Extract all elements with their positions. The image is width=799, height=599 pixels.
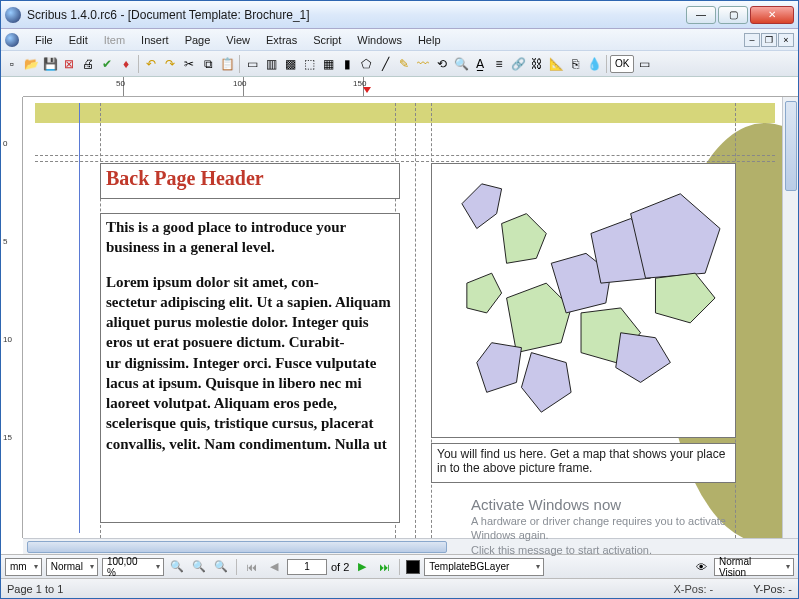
unit-select[interactable]: mm	[5, 558, 42, 576]
next-page-icon[interactable]: ▶	[353, 558, 371, 576]
rotate-icon[interactable]: ⟲	[433, 54, 451, 74]
unlink-icon[interactable]: ⛓	[528, 54, 546, 74]
measure-icon[interactable]: 📐	[547, 54, 565, 74]
polygon-icon[interactable]: ⬠	[357, 54, 375, 74]
zoom-select[interactable]: 100,00 %	[102, 558, 164, 576]
statusbar: Page 1 to 1 X-Pos: - Y-Pos: -	[1, 578, 798, 598]
undo-icon[interactable]: ↶	[142, 54, 160, 74]
print-icon[interactable]: 🖨	[79, 54, 97, 74]
line-icon[interactable]: ╱	[376, 54, 394, 74]
menu-view[interactable]: View	[218, 32, 258, 48]
pdf-icon[interactable]: ♦	[117, 54, 135, 74]
redo-icon[interactable]: ↷	[161, 54, 179, 74]
workarea: 0 5 10 15 Back Page Header	[1, 97, 798, 538]
layer-color-swatch	[406, 560, 420, 574]
menu-windows[interactable]: Windows	[349, 32, 410, 48]
maximize-button[interactable]: ▢	[718, 6, 748, 24]
first-page-icon[interactable]: ⏮	[243, 558, 261, 576]
statusbar-controls: mm Normal 100,00 % 🔍 🔍 🔍 ⏮ ◀ of 2 ▶ ⏭ Te…	[1, 554, 798, 578]
paste-icon[interactable]: 📋	[218, 54, 236, 74]
scrollbar-vertical[interactable]	[782, 97, 798, 538]
textframe-icon[interactable]: ▥	[262, 54, 280, 74]
toolbar: ▫ 📂 💾 ⊠ 🖨 ✔ ♦ ↶ ↷ ✂ ⧉ 📋 ▭ ▥ ▩ ⬚ ▦ ▮ ⬠ ╱ …	[1, 51, 798, 77]
shape-icon[interactable]: ▮	[338, 54, 356, 74]
select-icon[interactable]: ▭	[243, 54, 261, 74]
window-title: Scribus 1.4.0.rc6 - [Document Template: …	[27, 8, 686, 22]
ruler-vertical: 0 5 10 15	[1, 97, 23, 538]
caption-text: You will find us here. Get a map that sh…	[437, 447, 730, 475]
app-icon	[5, 7, 21, 23]
menu-extras[interactable]: Extras	[258, 32, 305, 48]
menubar: File Edit Item Insert Page View Extras S…	[1, 29, 798, 51]
pdf-field-icon[interactable]: ▭	[635, 54, 653, 74]
app-window: Scribus 1.4.0.rc6 - [Document Template: …	[0, 0, 799, 599]
last-page-icon[interactable]: ⏭	[375, 558, 393, 576]
save-icon[interactable]: 💾	[41, 54, 59, 74]
app-icon-small	[5, 33, 19, 47]
zoom-icon[interactable]: 🔍	[452, 54, 470, 74]
page-range-label: Page 1 to 1	[7, 583, 63, 595]
mdi-controls: – ❐ ×	[744, 33, 794, 47]
mdi-minimize-button[interactable]: –	[744, 33, 760, 47]
scrollbar-thumb[interactable]	[27, 541, 447, 553]
renderframe-icon[interactable]: ⬚	[300, 54, 318, 74]
menu-page[interactable]: Page	[177, 32, 219, 48]
xpos-label: X-Pos: -	[674, 583, 714, 595]
titlebar: Scribus 1.4.0.rc6 - [Document Template: …	[1, 1, 798, 29]
preview-icon[interactable]: 👁	[692, 558, 710, 576]
copy-icon[interactable]: ⧉	[199, 54, 217, 74]
imageframe-icon[interactable]: ▩	[281, 54, 299, 74]
zoom-100-icon[interactable]: 🔍	[168, 558, 186, 576]
pdf-ok-button[interactable]: OK	[610, 55, 634, 73]
menu-insert[interactable]: Insert	[133, 32, 177, 48]
menu-edit[interactable]: Edit	[61, 32, 96, 48]
mdi-restore-button[interactable]: ❐	[761, 33, 777, 47]
open-icon[interactable]: 📂	[22, 54, 40, 74]
menu-script[interactable]: Script	[305, 32, 349, 48]
page-total-label: of 2	[331, 561, 349, 573]
menu-file[interactable]: File	[27, 32, 61, 48]
scrollbar-thumb[interactable]	[785, 101, 797, 191]
back-page-header-frame[interactable]: Back Page Header	[100, 163, 400, 199]
map-image-frame[interactable]	[431, 163, 736, 438]
eyedrop-icon[interactable]: 💧	[585, 54, 603, 74]
body-text-frame[interactable]: This is a good place to introduce your b…	[100, 213, 400, 523]
canvas[interactable]: Back Page Header This is a good place to…	[23, 97, 798, 538]
table-icon[interactable]: ▦	[319, 54, 337, 74]
edittext-icon[interactable]: A̲	[471, 54, 489, 74]
header-band	[35, 103, 775, 123]
window-controls: — ▢ ✕	[686, 6, 794, 24]
europe-map-icon	[432, 164, 735, 437]
mdi-close-button[interactable]: ×	[778, 33, 794, 47]
vision-select[interactable]: Normal Vision	[714, 558, 794, 576]
freehand-icon[interactable]: 〰	[414, 54, 432, 74]
bezier-icon[interactable]: ✎	[395, 54, 413, 74]
scrollbar-horizontal[interactable]	[23, 538, 798, 554]
back-page-header-text: Back Page Header	[106, 167, 394, 190]
layer-select[interactable]: TemplateBGLayer	[424, 558, 544, 576]
zoom-out-icon[interactable]: 🔍	[190, 558, 208, 576]
caption-frame[interactable]: You will find us here. Get a map that sh…	[431, 443, 736, 483]
ruler-marker-icon	[363, 87, 371, 93]
copyprops-icon[interactable]: ⎘	[566, 54, 584, 74]
menu-help[interactable]: Help	[410, 32, 449, 48]
margin-guide	[79, 103, 80, 533]
link-icon[interactable]: 🔗	[509, 54, 527, 74]
preflight-icon[interactable]: ✔	[98, 54, 116, 74]
viewmode-select[interactable]: Normal	[46, 558, 98, 576]
menu-item[interactable]: Item	[96, 32, 133, 48]
new-icon[interactable]: ▫	[3, 54, 21, 74]
ruler-horizontal: 50 100 150	[23, 77, 798, 97]
storyeditor-icon[interactable]: ≡	[490, 54, 508, 74]
close-button[interactable]: ✕	[750, 6, 794, 24]
intro-text: This is a good place to introduce your b…	[106, 217, 394, 258]
lorem-text: Lorem ipsum dolor sit amet, con- sectetu…	[106, 272, 394, 454]
minimize-button[interactable]: —	[686, 6, 716, 24]
cut-icon[interactable]: ✂	[180, 54, 198, 74]
page-input[interactable]	[287, 559, 327, 575]
zoom-in-icon[interactable]: 🔍	[212, 558, 230, 576]
prev-page-icon[interactable]: ◀	[265, 558, 283, 576]
ypos-label: Y-Pos: -	[753, 583, 792, 595]
close-doc-icon[interactable]: ⊠	[60, 54, 78, 74]
